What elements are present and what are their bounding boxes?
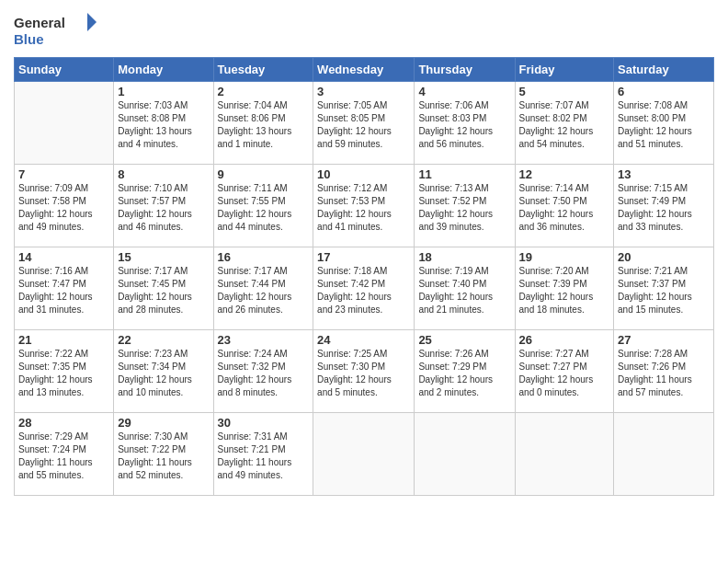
svg-marker-2 (87, 13, 97, 31)
calendar-cell: 23Sunrise: 7:24 AM Sunset: 7:32 PM Dayli… (213, 330, 313, 413)
calendar-cell: 27Sunrise: 7:28 AM Sunset: 7:26 PM Dayli… (614, 330, 714, 413)
day-number: 5 (519, 85, 610, 98)
calendar-cell: 10Sunrise: 7:12 AM Sunset: 7:53 PM Dayli… (313, 165, 415, 247)
calendar-cell: 9Sunrise: 7:11 AM Sunset: 7:55 PM Daylig… (213, 165, 313, 247)
day-number: 15 (118, 250, 209, 264)
calendar-cell: 4Sunrise: 7:06 AM Sunset: 8:03 PM Daylig… (415, 82, 515, 165)
day-info: Sunrise: 7:14 AM Sunset: 7:50 PM Dayligh… (519, 182, 610, 234)
day-number: 1 (118, 85, 209, 98)
day-info: Sunrise: 7:31 AM Sunset: 7:21 PM Dayligh… (218, 431, 310, 482)
day-number: 12 (519, 167, 610, 181)
day-number: 11 (418, 167, 510, 181)
day-number: 20 (618, 250, 710, 264)
calendar-cell: 16Sunrise: 7:17 AM Sunset: 7:44 PM Dayli… (213, 247, 313, 330)
calendar-cell: 24Sunrise: 7:25 AM Sunset: 7:30 PM Dayli… (313, 330, 415, 413)
calendar-cell: 5Sunrise: 7:07 AM Sunset: 8:02 PM Daylig… (515, 82, 614, 165)
day-header-friday: Friday (515, 58, 614, 82)
day-number: 18 (418, 250, 510, 264)
calendar-cell: 2Sunrise: 7:04 AM Sunset: 8:06 PM Daylig… (213, 82, 313, 165)
calendar-cell: 22Sunrise: 7:23 AM Sunset: 7:34 PM Dayli… (114, 330, 213, 413)
day-number: 7 (18, 167, 109, 181)
day-info: Sunrise: 7:26 AM Sunset: 7:29 PM Dayligh… (418, 348, 510, 399)
day-number: 30 (218, 416, 310, 430)
day-number: 9 (218, 167, 310, 181)
calendar-cell: 29Sunrise: 7:30 AM Sunset: 7:22 PM Dayli… (114, 413, 213, 496)
day-number: 28 (18, 416, 109, 430)
day-info: Sunrise: 7:30 AM Sunset: 7:22 PM Dayligh… (118, 431, 209, 482)
day-number: 22 (118, 333, 209, 347)
day-info: Sunrise: 7:15 AM Sunset: 7:49 PM Dayligh… (618, 182, 710, 234)
day-number: 2 (218, 85, 310, 98)
day-info: Sunrise: 7:06 AM Sunset: 8:03 PM Dayligh… (418, 99, 510, 151)
day-number: 4 (418, 85, 510, 98)
calendar-cell: 14Sunrise: 7:16 AM Sunset: 7:47 PM Dayli… (15, 247, 114, 330)
day-header-thursday: Thursday (415, 58, 515, 82)
calendar-cell: 19Sunrise: 7:20 AM Sunset: 7:39 PM Dayli… (515, 247, 614, 330)
day-info: Sunrise: 7:19 AM Sunset: 7:40 PM Dayligh… (418, 265, 510, 316)
day-number: 27 (618, 333, 710, 347)
day-info: Sunrise: 7:03 AM Sunset: 8:08 PM Dayligh… (118, 99, 209, 151)
day-info: Sunrise: 7:11 AM Sunset: 7:55 PM Dayligh… (218, 182, 310, 234)
calendar-cell: 30Sunrise: 7:31 AM Sunset: 7:21 PM Dayli… (213, 413, 313, 496)
day-info: Sunrise: 7:21 AM Sunset: 7:37 PM Dayligh… (618, 265, 710, 316)
calendar-cell: 13Sunrise: 7:15 AM Sunset: 7:49 PM Dayli… (614, 165, 714, 247)
day-info: Sunrise: 7:04 AM Sunset: 8:06 PM Dayligh… (218, 99, 310, 151)
day-info: Sunrise: 7:13 AM Sunset: 7:52 PM Dayligh… (418, 182, 510, 234)
calendar-table: SundayMondayTuesdayWednesdayThursdayFrid… (14, 57, 714, 496)
day-info: Sunrise: 7:20 AM Sunset: 7:39 PM Dayligh… (519, 265, 610, 316)
calendar-cell: 20Sunrise: 7:21 AM Sunset: 7:37 PM Dayli… (614, 247, 714, 330)
day-info: Sunrise: 7:29 AM Sunset: 7:24 PM Dayligh… (18, 431, 109, 482)
day-number: 26 (519, 333, 610, 347)
day-number: 21 (18, 333, 109, 347)
day-info: Sunrise: 7:08 AM Sunset: 8:00 PM Dayligh… (618, 99, 710, 151)
day-number: 6 (618, 85, 710, 98)
logo-svg: General Blue (14, 9, 97, 50)
day-info: Sunrise: 7:17 AM Sunset: 7:45 PM Dayligh… (118, 265, 209, 316)
calendar-cell: 7Sunrise: 7:09 AM Sunset: 7:58 PM Daylig… (15, 165, 114, 247)
calendar-cell: 3Sunrise: 7:05 AM Sunset: 8:05 PM Daylig… (313, 82, 415, 165)
day-number: 3 (317, 85, 410, 98)
day-info: Sunrise: 7:22 AM Sunset: 7:35 PM Dayligh… (18, 348, 109, 399)
day-number: 29 (118, 416, 209, 430)
calendar-cell (15, 82, 114, 165)
day-info: Sunrise: 7:27 AM Sunset: 7:27 PM Dayligh… (519, 348, 610, 399)
day-number: 17 (317, 250, 410, 264)
day-info: Sunrise: 7:10 AM Sunset: 7:57 PM Dayligh… (118, 182, 209, 234)
day-info: Sunrise: 7:17 AM Sunset: 7:44 PM Dayligh… (218, 265, 310, 316)
calendar-week-1: 1Sunrise: 7:03 AM Sunset: 8:08 PM Daylig… (15, 82, 714, 165)
day-info: Sunrise: 7:28 AM Sunset: 7:26 PM Dayligh… (618, 348, 710, 399)
calendar-cell: 17Sunrise: 7:18 AM Sunset: 7:42 PM Dayli… (313, 247, 415, 330)
calendar-cell (614, 413, 714, 496)
day-number: 25 (418, 333, 510, 347)
day-header-wednesday: Wednesday (313, 58, 415, 82)
day-info: Sunrise: 7:25 AM Sunset: 7:30 PM Dayligh… (317, 348, 410, 399)
calendar-cell: 21Sunrise: 7:22 AM Sunset: 7:35 PM Dayli… (15, 330, 114, 413)
calendar-cell: 15Sunrise: 7:17 AM Sunset: 7:45 PM Dayli… (114, 247, 213, 330)
calendar-cell: 11Sunrise: 7:13 AM Sunset: 7:52 PM Dayli… (415, 165, 515, 247)
svg-text:General: General (14, 15, 65, 30)
calendar-cell: 12Sunrise: 7:14 AM Sunset: 7:50 PM Dayli… (515, 165, 614, 247)
calendar-cell: 28Sunrise: 7:29 AM Sunset: 7:24 PM Dayli… (15, 413, 114, 496)
calendar-week-2: 7Sunrise: 7:09 AM Sunset: 7:58 PM Daylig… (15, 165, 714, 247)
day-number: 8 (118, 167, 209, 181)
day-number: 24 (317, 333, 410, 347)
day-info: Sunrise: 7:16 AM Sunset: 7:47 PM Dayligh… (18, 265, 109, 316)
day-number: 16 (218, 250, 310, 264)
day-number: 10 (317, 167, 410, 181)
calendar-cell: 6Sunrise: 7:08 AM Sunset: 8:00 PM Daylig… (614, 82, 714, 165)
day-info: Sunrise: 7:18 AM Sunset: 7:42 PM Dayligh… (317, 265, 410, 316)
svg-text:Blue: Blue (14, 31, 44, 47)
day-header-tuesday: Tuesday (213, 58, 313, 82)
day-header-saturday: Saturday (614, 58, 714, 82)
calendar-header-row: SundayMondayTuesdayWednesdayThursdayFrid… (15, 58, 714, 82)
calendar-cell (515, 413, 614, 496)
day-info: Sunrise: 7:24 AM Sunset: 7:32 PM Dayligh… (218, 348, 310, 399)
calendar-cell: 1Sunrise: 7:03 AM Sunset: 8:08 PM Daylig… (114, 82, 213, 165)
day-header-monday: Monday (114, 58, 213, 82)
day-info: Sunrise: 7:07 AM Sunset: 8:02 PM Dayligh… (519, 99, 610, 151)
day-info: Sunrise: 7:05 AM Sunset: 8:05 PM Dayligh… (317, 99, 410, 151)
page-header: General Blue (14, 9, 714, 50)
calendar-cell: 25Sunrise: 7:26 AM Sunset: 7:29 PM Dayli… (415, 330, 515, 413)
calendar-cell: 26Sunrise: 7:27 AM Sunset: 7:27 PM Dayli… (515, 330, 614, 413)
calendar-week-4: 21Sunrise: 7:22 AM Sunset: 7:35 PM Dayli… (15, 330, 714, 413)
